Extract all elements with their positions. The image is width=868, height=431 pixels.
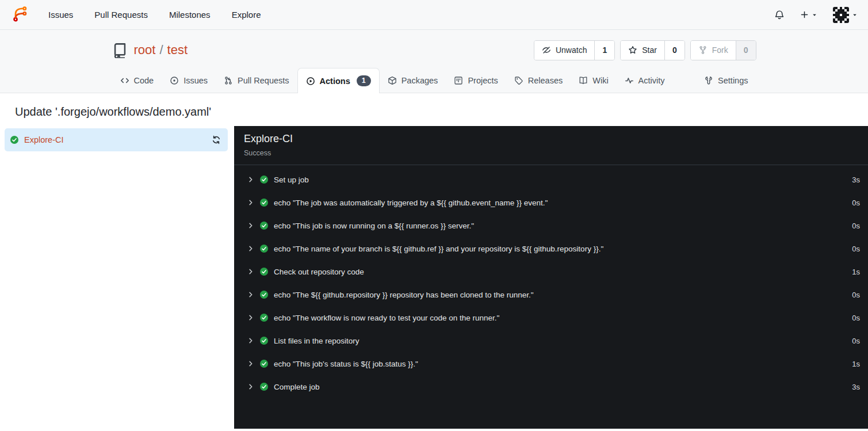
chevron-right-icon [247, 291, 254, 298]
tab-label: Settings [718, 76, 748, 85]
main-content: Update '.forgejo/workflows/demo.yaml' Ex… [0, 93, 868, 429]
tab-issues[interactable]: Issues [162, 68, 216, 93]
repo-action-button[interactable]: Star [621, 41, 664, 60]
run-title: Update '.forgejo/workflows/demo.yaml' [0, 93, 868, 119]
chevron-right-icon [247, 176, 254, 183]
step-name: echo "This job's status is ${{ job.statu… [274, 360, 418, 368]
step-name: Check out repository code [274, 268, 364, 276]
tab-packages[interactable]: Packages [380, 68, 446, 93]
play-circle-icon [306, 77, 315, 86]
chevron-right-icon [247, 360, 254, 367]
tab-wiki[interactable]: Wiki [571, 68, 616, 93]
code-icon [120, 76, 129, 85]
tab-label: Packages [402, 76, 438, 85]
job-item-explore-ci[interactable]: Explore-CI [5, 128, 228, 151]
success-check-icon [259, 221, 269, 230]
chevron-down-icon [812, 12, 817, 18]
step-row[interactable]: Complete job 3s [241, 375, 864, 398]
navbar-link-pull-requests[interactable]: Pull Requests [94, 10, 148, 20]
navbar: Issues Pull Requests Milestones Explore [0, 0, 868, 30]
step-duration: 0s [845, 314, 860, 322]
tab-label: Activity [638, 76, 665, 85]
repo-icon [112, 43, 128, 58]
repo-action-label: Unwatch [556, 45, 587, 55]
tag-icon [514, 76, 523, 85]
repo-action-fork: Fork 0 [690, 40, 756, 60]
repo-owner-link[interactable]: root [134, 43, 156, 58]
step-duration: 3s [845, 383, 860, 391]
chevron-right-icon [247, 199, 254, 206]
navbar-link-explore[interactable]: Explore [232, 10, 261, 20]
step-row[interactable]: Check out repository code 1s [241, 260, 864, 283]
job-status-text: Success [244, 149, 858, 157]
tab-code[interactable]: Code [112, 68, 162, 93]
tab-settings[interactable]: Settings [696, 68, 756, 93]
chevron-right-icon [247, 314, 254, 321]
success-check-icon [259, 175, 269, 184]
fork-icon [698, 45, 708, 55]
tab-pull-requests[interactable]: Pull Requests [216, 68, 297, 93]
job-log-panel: Explore-CI Success Set up job 3s [234, 126, 868, 429]
step-name: List files in the repository [274, 337, 360, 345]
navbar-link-milestones[interactable]: Milestones [169, 10, 211, 20]
navbar-right [774, 7, 858, 23]
step-duration: 1s [845, 360, 860, 368]
repo-action-button[interactable]: Unwatch [534, 41, 594, 60]
success-check-icon [259, 313, 269, 322]
repo-title: root / test [134, 43, 188, 58]
step-name: echo "The name of your branch is ${{ git… [274, 245, 603, 253]
tab-activity[interactable]: Activity [617, 68, 673, 93]
tools-icon [704, 76, 713, 85]
repo-action-star: Star 0 [620, 40, 685, 60]
tab-label: Issues [183, 76, 208, 85]
user-menu-button[interactable] [833, 7, 858, 23]
tab-releases[interactable]: Releases [506, 68, 571, 93]
chevron-right-icon [247, 245, 254, 252]
success-check-icon [259, 336, 269, 345]
tab-label: Actions [320, 77, 350, 86]
step-row[interactable]: List files in the repository 0s [241, 329, 864, 352]
repo-action-count[interactable]: 0 [664, 41, 685, 60]
step-row[interactable]: echo "This job's status is ${{ job.statu… [241, 352, 864, 375]
create-new-button[interactable] [800, 10, 817, 19]
step-row[interactable]: echo "The workflow is now ready to test … [241, 306, 864, 329]
step-row[interactable]: echo "This job is now running on a ${{ r… [241, 214, 864, 237]
step-name: Complete job [274, 383, 320, 391]
repo-action-count[interactable]: 1 [594, 41, 614, 60]
repo-actions: Unwatch 1 Star 0 [534, 40, 756, 60]
job-log-title: Explore-CI [244, 133, 858, 145]
tab-label: Wiki [592, 76, 608, 85]
chevron-down-icon [852, 12, 858, 18]
repo-action-button[interactable]: Fork [691, 41, 736, 60]
step-duration: 3s [845, 176, 860, 184]
navbar-link-issues[interactable]: Issues [48, 10, 73, 20]
star-icon [628, 45, 637, 55]
forgejo-logo-icon [12, 5, 29, 25]
project-icon [454, 76, 463, 85]
tab-actions[interactable]: Actions 1 [297, 68, 380, 93]
success-check-icon [259, 290, 269, 299]
rerun-button[interactable] [212, 135, 221, 144]
repo-separator: / [159, 43, 163, 58]
success-check-icon [10, 135, 19, 144]
repo-action-label: Star [642, 45, 657, 55]
success-check-icon [259, 267, 269, 276]
tab-projects[interactable]: Projects [446, 68, 506, 93]
chevron-right-icon [247, 268, 254, 275]
navbar-links: Issues Pull Requests Milestones Explore [48, 10, 261, 20]
step-row[interactable]: Set up job 3s [241, 168, 864, 191]
step-name: echo "The ${{ github.repository }} repos… [274, 291, 534, 299]
step-name: echo "The job was automatically triggere… [274, 199, 548, 207]
step-name: echo "This job is now running on a ${{ r… [274, 222, 474, 230]
success-check-icon [259, 359, 269, 368]
success-check-icon [259, 198, 269, 207]
step-duration: 0s [845, 291, 860, 299]
repo-name-link[interactable]: test [167, 43, 188, 58]
step-row[interactable]: echo "The ${{ github.repository }} repos… [241, 283, 864, 306]
step-row[interactable]: echo "The job was automatically triggere… [241, 191, 864, 214]
pull-request-icon [224, 76, 233, 85]
notifications-button[interactable] [774, 10, 785, 20]
repo-action-count[interactable]: 0 [736, 41, 756, 60]
home-link[interactable] [12, 5, 29, 25]
step-row[interactable]: echo "The name of your branch is ${{ git… [241, 237, 864, 260]
